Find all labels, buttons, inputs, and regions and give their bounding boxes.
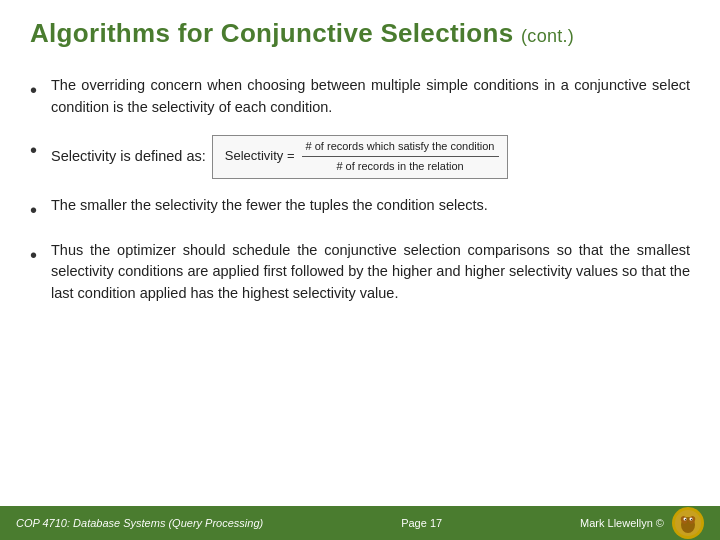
slide-footer: COP 4710: Database Systems (Query Proces… (0, 506, 720, 540)
bullet-item-1: • The overriding concern when choosing b… (30, 67, 690, 127)
svg-point-5 (689, 518, 692, 521)
title-text: Algorithms for Conjunctive Selections (30, 18, 514, 48)
formula-label: Selectivity = (225, 148, 295, 163)
formula-fraction: # of records which satisfy the condition… (302, 138, 499, 176)
bullet-dot-1: • (30, 76, 37, 104)
svg-point-6 (685, 519, 686, 520)
logo-svg (674, 509, 702, 537)
slide-title: Algorithms for Conjunctive Selections (c… (30, 18, 690, 49)
footer-right: Mark Llewellyn © (580, 507, 704, 539)
bullet-item-3: • The smaller the selectivity the fewer … (30, 187, 690, 232)
slide-header: Algorithms for Conjunctive Selections (c… (0, 0, 720, 59)
bullet-text-4: Thus the optimizer should schedule the c… (51, 240, 690, 305)
footer-author: Mark Llewellyn © (580, 517, 664, 529)
bullet-text-2: Selectivity is defined as: Selectivity =… (51, 135, 690, 179)
bullet-text-3: The smaller the selectivity the fewer th… (51, 195, 690, 217)
selectivity-label-text: Selectivity is defined as: (51, 146, 206, 168)
slide-content: • The overriding concern when choosing b… (0, 59, 720, 506)
footer-course: COP 4710: Database Systems (Query Proces… (16, 517, 263, 529)
svg-point-7 (691, 519, 692, 520)
bullet-dot-2: • (30, 136, 37, 164)
bullet-dot-3: • (30, 196, 37, 224)
selectivity-formula: Selectivity = # of records which satisfy… (212, 135, 508, 179)
bullet-text-1: The overriding concern when choosing bet… (51, 75, 690, 119)
bullet-dot-4: • (30, 241, 37, 269)
bullet-item-4: • Thus the optimizer should schedule the… (30, 232, 690, 313)
slide: Algorithms for Conjunctive Selections (c… (0, 0, 720, 540)
bullet-item-2: • Selectivity is defined as: Selectivity… (30, 127, 690, 187)
footer-logo-icon (672, 507, 704, 539)
formula-denominator: # of records in the relation (332, 157, 467, 176)
selectivity-row: Selectivity is defined as: Selectivity =… (51, 135, 690, 179)
svg-point-4 (683, 518, 686, 521)
footer-page: Page 17 (401, 517, 442, 529)
title-subtitle: (cont.) (521, 26, 574, 46)
formula-numerator: # of records which satisfy the condition (302, 138, 499, 158)
